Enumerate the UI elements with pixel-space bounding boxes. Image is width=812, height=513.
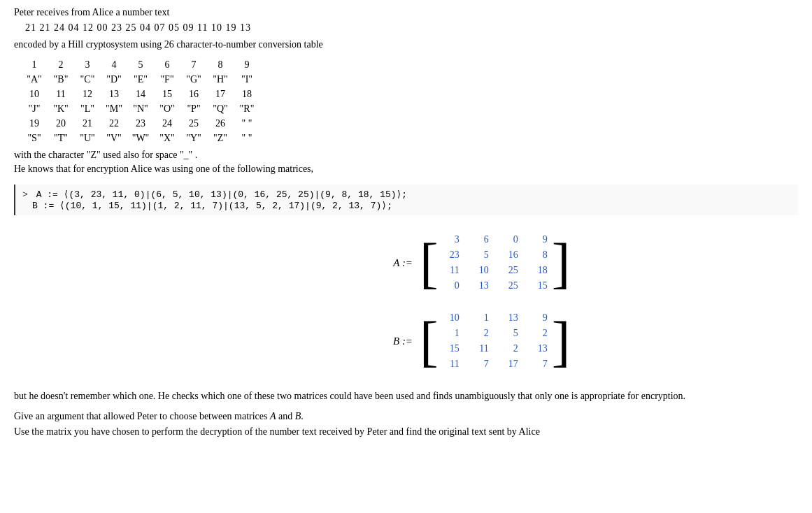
- encoded-by: encoded by a Hill cryptosystem using 26 …: [14, 39, 798, 50]
- knows-text: He knows that for encryption Alice was u…: [14, 164, 798, 175]
- conv-cell: 24: [154, 116, 180, 131]
- matrix-A-row: A := [ 3 6 0 9 23 5 16 8 11 10 25 18 0 1…: [392, 229, 570, 296]
- intro-line1: Peter receives from Alice a number text: [14, 7, 798, 18]
- conversion-table: 1 2 3 4 5 6 7 8 9 "A" "B" "C" "D" "E" "F…: [21, 57, 798, 145]
- code-line-2: B := ⟨(10, 1, 15, 11)|(1, 2, 11, 7)|(13,…: [32, 200, 791, 211]
- matrix-cell: 16: [501, 247, 518, 263]
- conv-cell: "Y": [180, 131, 207, 145]
- conv-cell: "K": [48, 101, 74, 116]
- matrix-cell: 17: [501, 356, 518, 372]
- matrix-cell: 10: [472, 263, 489, 278]
- matrix-cell: 5: [501, 326, 518, 341]
- conv-cell: "I": [234, 72, 260, 87]
- question-block: Give an argument that allowed Peter to c…: [14, 409, 798, 440]
- matrix-B-label: B :=: [392, 335, 413, 347]
- matrix-cell: 2: [531, 326, 548, 341]
- matrix-cell: 11: [443, 356, 460, 372]
- conv-cell: "W": [127, 131, 154, 145]
- matrix-cell: 10: [443, 310, 460, 326]
- conv-cell: 6: [154, 57, 180, 72]
- matrix-cell: 13: [531, 341, 548, 356]
- conv-cell: 4: [101, 57, 127, 72]
- matrix-cell: 0: [443, 278, 460, 294]
- conv-cell: 13: [101, 87, 127, 101]
- conv-cell: "S": [21, 131, 48, 145]
- conv-cell: "T": [48, 131, 74, 145]
- matrix-A-label: A :=: [392, 257, 413, 269]
- conv-row-num-3: 19 20 21 22 23 24 25 26 " ": [21, 116, 798, 131]
- conv-cell: 18: [234, 87, 260, 101]
- matrix-B-bracket-right: ]: [552, 313, 571, 369]
- conv-cell: 3: [74, 57, 101, 72]
- matrix-cell: 7: [531, 356, 548, 372]
- matrix-cell: 11: [472, 341, 489, 356]
- conv-cell: "Q": [207, 101, 234, 116]
- question-line2: Use the matrix you have chosen to perfor…: [14, 424, 798, 440]
- matrices-container: A := [ 3 6 0 9 23 5 16 8 11 10 25 18 0 1…: [392, 229, 798, 375]
- conv-cell: "L": [74, 101, 101, 116]
- conv-cell: 8: [207, 57, 234, 72]
- conv-cell: 11: [48, 87, 74, 101]
- conv-cell: 7: [180, 57, 207, 72]
- conv-cell: 22: [101, 116, 127, 131]
- code-text-A: A := ⟨(3, 23, 11, 0)|(6, 5, 10, 13)|(0, …: [36, 189, 408, 200]
- matrix-cell: 0: [501, 232, 518, 247]
- conv-row-char-3: "S" "T" "U" "V" "W" "X" "Y" "Z" " ": [21, 131, 798, 145]
- conv-cell: 2: [48, 57, 74, 72]
- conv-cell: 26: [207, 116, 234, 131]
- conv-cell: " ": [234, 131, 260, 145]
- matrix-cell: 6: [472, 232, 489, 247]
- conv-cell: "G": [180, 72, 207, 87]
- matrix-cell: 9: [531, 310, 548, 326]
- question-line1: Give an argument that allowed Peter to c…: [14, 409, 798, 424]
- matrix-cell: 25: [501, 278, 518, 294]
- conv-cell: 15: [154, 87, 180, 101]
- conv-cell: 1: [21, 57, 48, 72]
- conv-cell: "A": [21, 72, 48, 87]
- matrix-A-wrap: [ 3 6 0 9 23 5 16 8 11 10 25 18 0 13 25 …: [420, 229, 570, 296]
- conv-cell: "X": [154, 131, 180, 145]
- matrix-cell: 1: [472, 310, 489, 326]
- conv-cell: "C": [74, 72, 101, 87]
- matrix-cell: 1: [443, 326, 460, 341]
- number-sequence: 21 21 24 04 12 00 23 25 04 07 05 09 11 1…: [25, 22, 798, 34]
- conv-cell: "E": [127, 72, 154, 87]
- code-line-1: > A := ⟨(3, 23, 11, 0)|(6, 5, 10, 13)|(0…: [22, 189, 791, 200]
- matrix-cell: 9: [531, 232, 548, 247]
- conv-cell: " ": [234, 116, 260, 131]
- matrix-B-content: 10 1 13 9 1 2 5 2 15 11 2 13 11 7 17 7: [437, 308, 553, 375]
- bottom-text: but he doesn't remember which one. He ch…: [14, 389, 798, 403]
- conv-cell: 20: [48, 116, 74, 131]
- conv-cell: "R": [234, 101, 260, 116]
- matrix-cell: 2: [501, 341, 518, 356]
- conv-cell: "B": [48, 72, 74, 87]
- code-text-B: B := ⟨(10, 1, 15, 11)|(1, 2, 11, 7)|(13,…: [32, 201, 392, 211]
- conv-cell: 10: [21, 87, 48, 101]
- matrix-cell: 3: [443, 232, 460, 247]
- matrix-cell: 5: [472, 247, 489, 263]
- conv-cell: 19: [21, 116, 48, 131]
- conv-cell: "J": [21, 101, 48, 116]
- conv-cell: "O": [154, 101, 180, 116]
- code-block: > A := ⟨(3, 23, 11, 0)|(6, 5, 10, 13)|(0…: [14, 185, 798, 215]
- matrix-cell: 8: [531, 247, 548, 263]
- conv-row-num-2: 10 11 12 13 14 15 16 17 18: [21, 87, 798, 101]
- conv-cell: 12: [74, 87, 101, 101]
- matrix-B-wrap: [ 10 1 13 9 1 2 5 2 15 11 2 13 11 7 17 7…: [420, 308, 570, 375]
- conv-cell: "N": [127, 101, 154, 116]
- matrix-cell: 2: [472, 326, 489, 341]
- matrix-cell: 23: [443, 247, 460, 263]
- matrix-B-row: B := [ 10 1 13 9 1 2 5 2 15 11 2 13 11 7…: [392, 308, 570, 375]
- conv-cell: 14: [127, 87, 154, 101]
- conv-cell: 5: [127, 57, 154, 72]
- matrix-cell: 15: [531, 278, 548, 294]
- conv-cell: 21: [74, 116, 101, 131]
- conv-row-char-1: "A" "B" "C" "D" "E" "F" "G" "H" "I": [21, 72, 798, 87]
- matrix-B-bracket-left: [: [420, 313, 439, 369]
- conv-cell: 25: [180, 116, 207, 131]
- matrix-A-content: 3 6 0 9 23 5 16 8 11 10 25 18 0 13 25 15: [437, 229, 553, 296]
- space-note: with the character "Z" used also for spa…: [14, 150, 798, 161]
- conv-cell: "Z": [207, 131, 234, 145]
- conv-cell: 16: [180, 87, 207, 101]
- conv-row-char-2: "J" "K" "L" "M" "N" "O" "P" "Q" "R": [21, 101, 798, 116]
